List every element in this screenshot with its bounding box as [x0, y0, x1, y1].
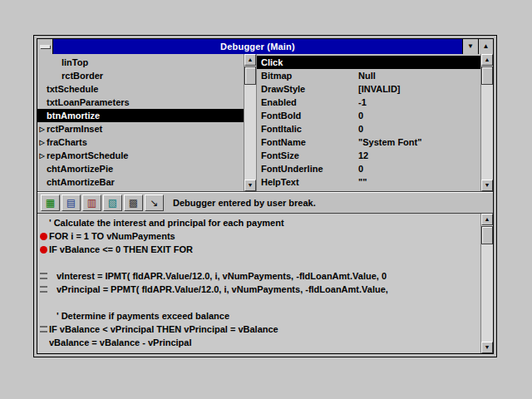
maximize-icon: ▲	[483, 43, 490, 50]
property-value: ""	[358, 177, 480, 187]
property-list-scrollbar[interactable]: ▲ ▼	[480, 54, 493, 191]
property-list: Click Bitmap Null DrawStyle [INVA	[257, 54, 480, 191]
breakpoint-gutter[interactable]	[37, 246, 49, 254]
code-line[interactable]	[37, 296, 480, 309]
window-title[interactable]: Debugger (Main)	[53, 39, 462, 54]
property-name: Click	[257, 57, 358, 67]
object-name: rctParmInset	[47, 124, 102, 134]
step-into-button[interactable]: ▤	[62, 195, 81, 211]
code-text: IF vBalance < vPrincipal THEN vPrincipal…	[49, 324, 278, 334]
upper-panes: ▷ linTop ▷ rctBorder ▷ txtSchedule	[37, 54, 493, 192]
scroll-track[interactable]	[481, 85, 493, 180]
scroll-down-icon[interactable]: ▼	[481, 180, 493, 191]
code-line[interactable]	[37, 256, 480, 269]
object-name: txtLoanParameters	[47, 97, 130, 107]
line-marker-icon	[40, 273, 47, 279]
property-value: "System Font"	[358, 137, 480, 147]
code-line[interactable]: vBalance = vBalance - vPrincipal	[37, 336, 480, 349]
property-row[interactable]: DrawStyle [INVALID]	[257, 82, 480, 96]
property-name: DrawStyle	[257, 84, 358, 94]
minimize-button[interactable]: ▼	[463, 39, 478, 54]
line-marker-icon	[40, 326, 47, 332]
code-text: vBalance = vBalance - vPrincipal	[49, 337, 192, 347]
breakpoint-gutter[interactable]	[37, 286, 49, 293]
object-name: txtSchedule	[47, 84, 98, 94]
property-row[interactable]: FontName "System Font"	[257, 135, 480, 149]
toolbar-button-icon: ▧	[108, 198, 117, 208]
system-menu-button[interactable]	[37, 39, 53, 54]
toolbar-buttons: ▦ ▤ ▥ ▧	[41, 195, 164, 211]
breakpoint-gutter[interactable]	[37, 326, 49, 332]
breakpoint-gutter[interactable]	[37, 233, 49, 240]
scroll-track[interactable]	[244, 85, 256, 180]
maximize-button[interactable]: ▲	[478, 39, 493, 54]
object-list-item[interactable]: ▷ btnAmortize	[37, 109, 244, 122]
object-list-item[interactable]: ▷ txtSchedule	[37, 82, 244, 96]
debugger-window: Debugger (Main) ▼ ▲	[33, 35, 497, 357]
code-line[interactable]: ' Calculate the interest and principal f…	[37, 216, 480, 229]
scroll-thumb[interactable]	[244, 66, 256, 85]
object-list-item[interactable]: ▷ txtLoanParameters	[37, 96, 244, 109]
run-debug-button[interactable]: ▦	[41, 195, 60, 211]
property-row[interactable]: Click	[257, 56, 480, 69]
code-line[interactable]: vInterest = IPMT( fldAPR.Value/12.0, i, …	[37, 269, 480, 283]
code-pane: ' Calculate the interest and principal f…	[37, 214, 493, 353]
window-title-text: Debugger (Main)	[220, 42, 295, 52]
object-name: repAmortSchedule	[47, 150, 128, 160]
property-row[interactable]: Bitmap Null	[257, 69, 480, 82]
object-list-item[interactable]: ▷ rctBorder	[37, 69, 244, 82]
property-row[interactable]: FontBold 0	[257, 109, 480, 122]
object-name: fraCharts	[47, 137, 87, 147]
scroll-thumb[interactable]	[481, 66, 493, 85]
step-over-button[interactable]: ▥	[82, 195, 101, 211]
object-list: ▷ linTop ▷ rctBorder ▷ txtSchedule	[37, 54, 244, 191]
object-list-item[interactable]: ▷ chtAmortizeBar	[37, 175, 244, 189]
code-line[interactable]: vPrincipal = PPMT( fldAPR.Value/12.0, i,…	[37, 283, 480, 296]
title-bar: Debugger (Main) ▼ ▲	[37, 39, 493, 54]
property-name: Bitmap	[257, 71, 358, 81]
object-list-item[interactable]: ▷ repAmortSchedule	[37, 149, 244, 162]
code-text: vPrincipal = PPMT( fldAPR.Value/12.0, i,…	[49, 284, 388, 294]
breakpoint-gutter[interactable]	[37, 273, 49, 279]
scroll-up-icon[interactable]: ▲	[481, 214, 493, 225]
property-row[interactable]: HelpText ""	[257, 175, 480, 189]
property-pane: Click Bitmap Null DrawStyle [INVA	[257, 54, 493, 191]
expand-triangle-icon[interactable]: ▷	[37, 152, 47, 160]
scroll-up-icon[interactable]: ▲	[244, 54, 256, 66]
expand-triangle-icon[interactable]: ▷	[37, 139, 47, 146]
minimize-icon: ▼	[467, 43, 474, 50]
object-list-item[interactable]: ▷ chtAmortizePie	[37, 162, 244, 175]
scroll-down-icon[interactable]: ▼	[244, 180, 256, 191]
object-name: rctBorder	[47, 71, 103, 81]
scroll-up-icon[interactable]: ▲	[481, 54, 493, 66]
property-value: -1	[358, 97, 480, 107]
property-row[interactable]: FontUnderline 0	[257, 162, 480, 175]
property-row[interactable]: Enabled -1	[257, 96, 480, 109]
print-button[interactable]: ▩	[124, 195, 143, 211]
code-line[interactable]: IF vBalance < vPrincipal THEN vPrincipal…	[37, 323, 480, 336]
watchpoints-button[interactable]: ▧	[103, 195, 122, 211]
object-list-item[interactable]: ▷ rctParmInset	[37, 122, 244, 135]
window-controls: ▼ ▲	[462, 39, 493, 54]
code-line[interactable]: ' Determine if payments exceed balance	[37, 309, 480, 323]
code-line[interactable]: FOR i = 1 TO vNumPayments	[37, 229, 480, 243]
scroll-thumb[interactable]	[481, 226, 493, 244]
property-value: 0	[358, 111, 480, 121]
code-line[interactable]: IF vBalance <= 0 THEN EXIT FOR	[37, 243, 480, 256]
scroll-track[interactable]	[481, 244, 493, 342]
code-scrollbar[interactable]: ▲ ▼	[480, 214, 493, 353]
debugger-toolbar: ▦ ▤ ▥ ▧	[37, 192, 493, 214]
object-list-scrollbar[interactable]: ▲ ▼	[244, 54, 256, 191]
exit-debug-button[interactable]: ↘	[145, 195, 164, 211]
property-row[interactable]: FontSize 12	[257, 149, 480, 162]
desktop: Debugger (Main) ▼ ▲	[0, 0, 532, 399]
property-value: 0	[358, 124, 480, 134]
property-value: 12	[358, 150, 480, 160]
object-list-item[interactable]: ▷ fraCharts	[37, 135, 244, 149]
object-list-item[interactable]: ▷ linTop	[37, 56, 244, 69]
property-row[interactable]: FontItalic 0	[257, 122, 480, 135]
system-menu-icon	[40, 45, 50, 48]
code-text: ' Calculate the interest and principal f…	[49, 218, 284, 228]
expand-triangle-icon[interactable]: ▷	[37, 126, 47, 133]
scroll-down-icon[interactable]: ▼	[481, 342, 493, 353]
